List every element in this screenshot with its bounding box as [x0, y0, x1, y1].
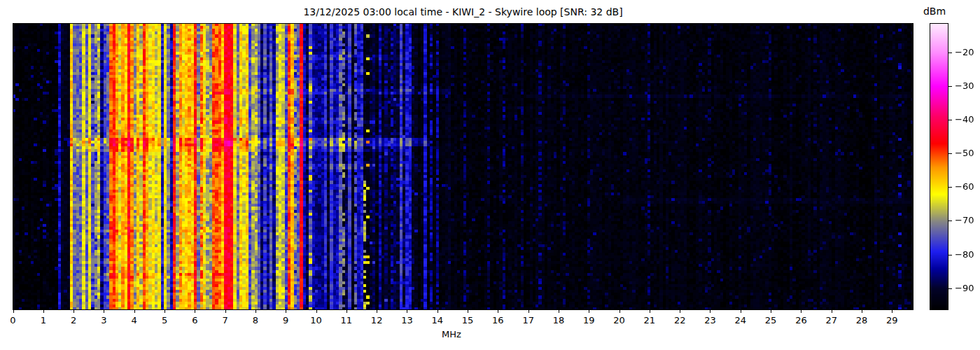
colorbar-tick-mark	[948, 52, 952, 53]
colorbar-tick-mark	[948, 255, 952, 255]
colorbar-tick-label: −40	[955, 114, 974, 125]
x-axis: 0123456789101112131415161718192021222324…	[0, 310, 980, 331]
x-tick-label: 5	[154, 315, 175, 326]
x-tick-label: 24	[730, 315, 751, 326]
x-tick-mark	[134, 310, 135, 313]
x-tick-mark	[13, 310, 14, 313]
chart-title: 13/12/2025 03:00 local time - KIWI_2 - S…	[13, 6, 913, 18]
x-tick-label: 16	[487, 315, 508, 326]
x-tick-mark	[559, 310, 559, 313]
x-tick-label: 7	[215, 315, 236, 326]
x-tick-label: 22	[669, 315, 690, 326]
x-tick-label: 18	[548, 315, 569, 326]
colorbar-tick-mark	[948, 86, 952, 87]
x-tick-mark	[528, 310, 529, 313]
x-tick-mark	[710, 310, 710, 313]
x-tick-mark	[680, 310, 680, 313]
waterfall-heatmap-canvas	[13, 23, 913, 310]
x-tick-mark	[468, 310, 468, 313]
x-tick-label: 8	[245, 315, 266, 326]
x-tick-label: 14	[427, 315, 448, 326]
x-tick-label: 12	[366, 315, 387, 326]
x-tick-mark	[589, 310, 589, 313]
x-tick-label: 0	[3, 315, 24, 326]
x-tick-label: 21	[639, 315, 660, 326]
x-tick-mark	[164, 310, 165, 313]
x-tick-label: 15	[457, 315, 478, 326]
colorbar-unit-label: dBm	[918, 6, 951, 17]
x-tick-label: 11	[336, 315, 357, 326]
x-tick-label: 9	[275, 315, 296, 326]
x-tick-label: 26	[790, 315, 811, 326]
colorbar-tick-mark	[948, 220, 952, 221]
x-tick-label: 23	[699, 315, 720, 326]
x-tick-label: 20	[609, 315, 630, 326]
x-tick-mark	[377, 310, 377, 313]
spectrogram-figure: 13/12/2025 03:00 local time - KIWI_2 - S…	[0, 0, 980, 350]
x-tick-label: 28	[851, 315, 872, 326]
x-tick-label: 4	[124, 315, 145, 326]
x-tick-mark	[438, 310, 438, 313]
x-tick-mark	[801, 310, 802, 313]
colorbar-tick-label: −70	[955, 215, 974, 226]
colorbar-tick-label: −90	[955, 283, 974, 294]
x-tick-label: 1	[33, 315, 54, 326]
x-tick-label: 2	[63, 315, 84, 326]
x-tick-mark	[346, 310, 347, 313]
x-tick-mark	[650, 310, 650, 313]
x-tick-label: 6	[184, 315, 205, 326]
colorbar-tick-label: −30	[955, 80, 974, 92]
x-tick-label: 10	[306, 315, 327, 326]
colorbar-tick-label: −80	[955, 249, 974, 260]
x-tick-mark	[407, 310, 407, 313]
colorbar-tick-label: −50	[955, 148, 974, 159]
x-tick-label: 25	[760, 315, 781, 326]
colorbar-tick-label: −60	[955, 181, 974, 192]
x-tick-label: 17	[518, 315, 539, 326]
x-tick-mark	[286, 310, 286, 313]
x-tick-mark	[741, 310, 741, 313]
x-tick-mark	[892, 310, 892, 313]
colorbar-tick-mark	[948, 288, 952, 289]
colorbar-canvas	[930, 23, 948, 310]
x-tick-mark	[104, 310, 104, 313]
x-tick-label: 13	[396, 315, 417, 326]
x-tick-mark	[316, 310, 317, 313]
colorbar-tick-mark	[948, 120, 952, 120]
colorbar-tick-mark	[948, 153, 952, 154]
x-tick-mark	[498, 310, 498, 313]
x-tick-mark	[195, 310, 195, 313]
x-tick-mark	[771, 310, 771, 313]
x-tick-mark	[620, 310, 620, 313]
x-tick-mark	[43, 310, 44, 313]
x-tick-mark	[862, 310, 862, 313]
colorbar-tick-label: −20	[955, 47, 974, 58]
x-tick-mark	[255, 310, 256, 313]
x-axis-label: MHz	[416, 329, 486, 340]
x-tick-label: 3	[93, 315, 114, 326]
colorbar-tick-mark	[948, 187, 952, 188]
x-tick-mark	[832, 310, 832, 313]
x-tick-mark	[74, 310, 74, 313]
x-tick-label: 19	[578, 315, 599, 326]
x-tick-label: 29	[881, 315, 902, 326]
x-tick-label: 27	[821, 315, 842, 326]
x-tick-mark	[225, 310, 226, 313]
